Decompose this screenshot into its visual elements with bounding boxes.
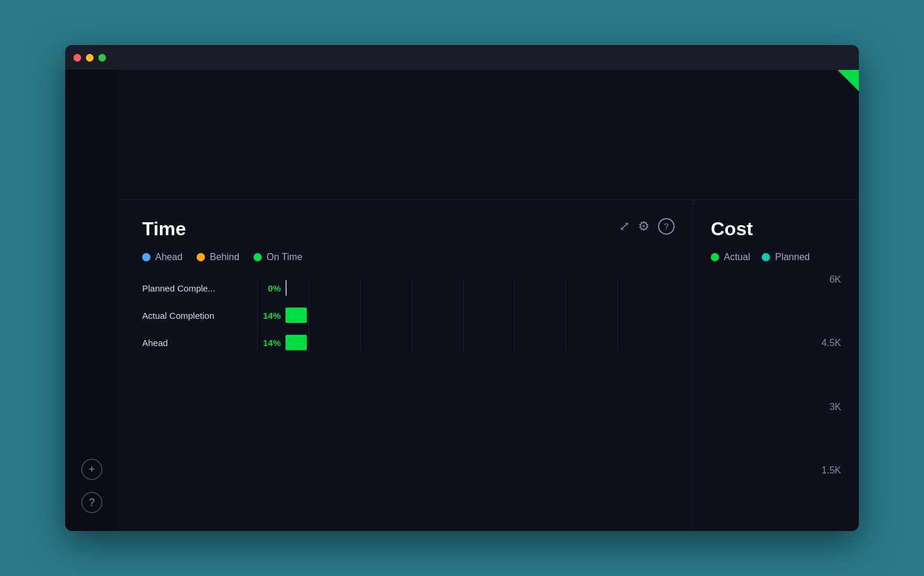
add-button[interactable]: + bbox=[81, 459, 102, 480]
cost-panel-title: Cost bbox=[711, 218, 841, 240]
minimize-button[interactable] bbox=[86, 54, 94, 62]
actual-dot bbox=[711, 253, 719, 261]
settings-icon[interactable]: ⚙ bbox=[638, 219, 650, 234]
top-section bbox=[118, 70, 859, 200]
behind-dot bbox=[197, 253, 205, 261]
cost-y-axis: 6K 4.5K 3K 1.5K bbox=[711, 274, 841, 476]
y-label-4-5k: 4.5K bbox=[711, 338, 841, 348]
behind-label: Behind bbox=[210, 252, 239, 263]
corner-accent bbox=[838, 70, 859, 91]
legend-item-actual: Actual bbox=[711, 252, 750, 263]
legend-item-behind: Behind bbox=[197, 252, 239, 263]
app-window: + ? Time ⤢ ⚙ ? bbox=[65, 45, 859, 531]
y-label-1-5k: 1.5K bbox=[711, 465, 841, 476]
row-label-planned: Planned Comple... bbox=[142, 283, 249, 293]
bar-actual bbox=[285, 308, 307, 323]
cost-panel: Cost Actual Planned 6 bbox=[693, 200, 859, 531]
time-legend: Ahead Behind On Time bbox=[142, 252, 669, 263]
table-row: Ahead 14% bbox=[142, 334, 669, 351]
chart-container: Planned Comple... 0% Actual Completion bbox=[142, 279, 669, 351]
help-sidebar-button[interactable]: ? bbox=[81, 492, 102, 513]
maximize-button[interactable] bbox=[98, 54, 106, 62]
actual-label: Actual bbox=[724, 252, 750, 263]
bar-value-ahead: 14% bbox=[257, 338, 281, 348]
bar-container-actual: 14% bbox=[257, 306, 669, 324]
y-label-3k: 3K bbox=[711, 402, 841, 412]
main-content: Time ⤢ ⚙ ? Ahead bbox=[118, 70, 859, 531]
help-icon[interactable]: ? bbox=[658, 218, 675, 235]
close-button[interactable] bbox=[73, 54, 81, 62]
legend-item-ahead: Ahead bbox=[142, 252, 182, 263]
zero-line bbox=[285, 280, 287, 296]
legend-item-ontime: On Time bbox=[254, 252, 302, 263]
legend-item-planned: Planned bbox=[762, 252, 810, 263]
time-panel-title: Time bbox=[142, 218, 669, 240]
bar-value-actual: 14% bbox=[257, 311, 281, 321]
bar-value-planned: 0% bbox=[257, 283, 281, 293]
ahead-dot bbox=[142, 253, 150, 261]
time-panel: Time ⤢ ⚙ ? Ahead bbox=[118, 200, 693, 531]
window-body: + ? Time ⤢ ⚙ ? bbox=[65, 70, 859, 531]
panels: Time ⤢ ⚙ ? Ahead bbox=[118, 200, 859, 531]
planned-label: Planned bbox=[775, 252, 810, 263]
bar-container-planned: 0% bbox=[257, 279, 669, 297]
expand-icon[interactable]: ⤢ bbox=[619, 219, 630, 234]
row-label-actual: Actual Completion bbox=[142, 311, 249, 321]
table-row: Planned Comple... 0% bbox=[142, 279, 669, 297]
ahead-label: Ahead bbox=[155, 252, 182, 263]
bar-container-ahead: 14% bbox=[257, 334, 669, 351]
sidebar: + ? bbox=[65, 70, 118, 531]
titlebar bbox=[65, 45, 859, 70]
panel-actions: ⤢ ⚙ ? bbox=[619, 218, 675, 235]
bar-ahead bbox=[285, 335, 307, 350]
row-label-ahead: Ahead bbox=[142, 338, 249, 348]
cost-legend: Actual Planned bbox=[711, 252, 841, 263]
planned-dot bbox=[762, 253, 770, 261]
ontime-dot bbox=[254, 253, 262, 261]
chart-rows: Planned Comple... 0% Actual Completion bbox=[142, 279, 669, 351]
y-label-6k: 6K bbox=[711, 274, 841, 285]
table-row: Actual Completion 14% bbox=[142, 306, 669, 324]
ontime-label: On Time bbox=[267, 252, 302, 263]
